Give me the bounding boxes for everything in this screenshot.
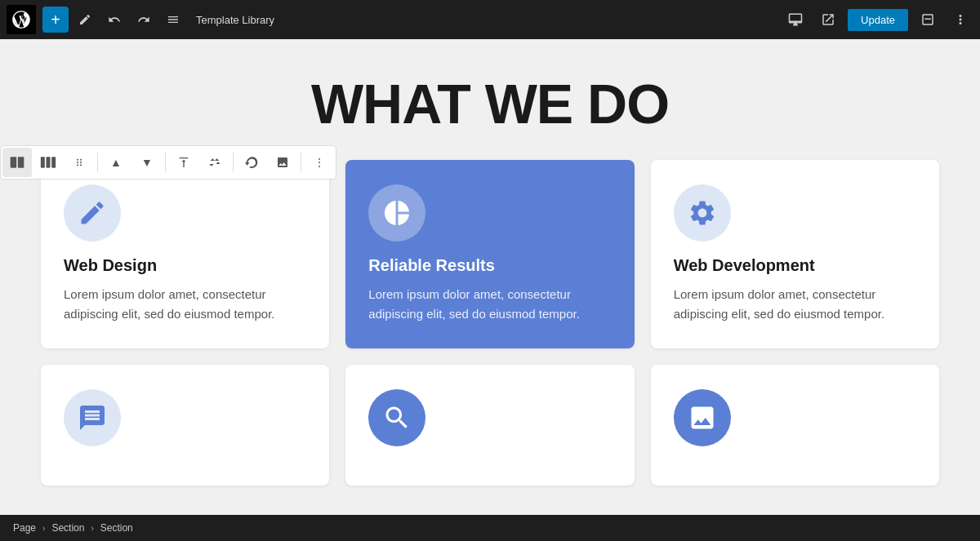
card-text-reliable: Lorem ipsum dolor amet, consectetur adip… — [368, 285, 611, 324]
chat-icon — [78, 403, 107, 432]
sidebar-icon — [920, 12, 935, 27]
columns-2-icon — [9, 154, 25, 171]
card-icon-circle-image — [674, 389, 731, 446]
tools-button[interactable] — [72, 7, 98, 33]
svg-point-6 — [80, 159, 82, 161]
card-icon-circle-reliable — [368, 184, 425, 242]
card-icon-circle-webdev — [674, 184, 731, 242]
toolbar-separator-2 — [165, 153, 166, 172]
expand-icon — [208, 156, 221, 169]
canvas-area: ▲ ▼ ⋮ WHAT WE DO — [0, 39, 980, 541]
image-card-icon — [688, 403, 717, 432]
more-options-button[interactable] — [947, 7, 973, 33]
update-button[interactable]: Update — [848, 9, 908, 31]
undo-icon — [108, 13, 121, 26]
top-toolbar: + Template Library Update — [0, 0, 980, 39]
redo-icon — [137, 13, 150, 26]
toolbar-separator-3 — [233, 153, 234, 172]
card-bottom-chat — [41, 365, 329, 486]
image-icon — [276, 156, 289, 169]
breadcrumb-chevron-2: › — [91, 524, 93, 533]
svg-point-7 — [77, 162, 78, 163]
cards-grid-bottom — [41, 365, 939, 486]
page-heading: WHAT WE DO — [311, 72, 669, 135]
drag-icon — [73, 156, 86, 169]
align-button[interactable] — [169, 148, 198, 177]
cards-grid-top: Web Design Lorem ipsum dolor amet, conse… — [41, 160, 939, 348]
card-icon-circle-chat — [64, 389, 121, 446]
svg-point-8 — [80, 162, 82, 163]
breadcrumb-page[interactable]: Page — [13, 522, 36, 534]
clear-format-button[interactable] — [237, 148, 266, 177]
breadcrumb-section-2[interactable]: Section — [100, 522, 133, 534]
wp-logo[interactable] — [7, 5, 36, 34]
drag-handle-button[interactable] — [65, 148, 94, 177]
card-bottom-search — [345, 365, 634, 486]
toolbar-right: Update — [782, 7, 973, 33]
card-icon-circle-search — [368, 389, 425, 446]
external-link-icon — [821, 12, 835, 27]
card-text-webdev: Lorem ipsum dolor amet, consectetur adip… — [674, 285, 916, 324]
width-button[interactable] — [200, 148, 229, 177]
columns-3-icon — [40, 154, 56, 171]
card-bottom-image — [651, 365, 939, 486]
align-icon — [177, 156, 190, 169]
card-reliable-results: Reliable Results Lorem ipsum dolor amet,… — [345, 160, 634, 348]
wp-logo-icon — [11, 10, 31, 29]
desktop-icon — [788, 12, 803, 27]
card-web-development: Web Development Lorem ipsum dolor amet, … — [651, 160, 939, 348]
layout-columns-2-button[interactable] — [2, 148, 32, 177]
pencil-tool-icon — [78, 13, 91, 26]
image-block-button[interactable] — [268, 148, 297, 177]
list-view-icon — [167, 13, 180, 26]
svg-rect-2 — [41, 157, 45, 167]
search-icon — [382, 403, 412, 432]
preview-button[interactable] — [815, 7, 841, 33]
sidebar-toggle-button[interactable] — [915, 7, 941, 33]
pencil-icon — [78, 198, 107, 228]
svg-point-9 — [77, 164, 78, 166]
layout-columns-3-button[interactable] — [33, 148, 63, 177]
move-down-button[interactable]: ▼ — [132, 148, 162, 177]
move-up-button[interactable]: ▲ — [101, 148, 131, 177]
toolbar-separator-4 — [301, 153, 301, 172]
gear-icon — [688, 198, 717, 228]
more-block-options-button[interactable]: ⋮ — [305, 148, 334, 177]
card-text-web-design: Lorem ipsum dolor amet, consectetur adip… — [64, 285, 306, 324]
toolbar-separator-1 — [97, 153, 98, 172]
pie-chart-icon — [382, 198, 412, 228]
breadcrumb: Page › Section › Section — [0, 515, 980, 541]
clear-format-icon — [245, 156, 258, 169]
ellipsis-vertical-icon — [953, 12, 968, 27]
svg-point-5 — [77, 159, 78, 161]
svg-rect-3 — [47, 157, 51, 167]
card-web-design: Web Design Lorem ipsum dolor amet, conse… — [41, 160, 329, 348]
toolbar-title: Template Library — [196, 14, 779, 26]
redo-button[interactable] — [131, 7, 157, 33]
svg-rect-0 — [11, 157, 17, 167]
card-title-web-design: Web Design — [64, 256, 306, 275]
card-title-reliable: Reliable Results — [368, 256, 611, 275]
block-toolbar: ▲ ▼ ⋮ — [0, 145, 336, 180]
list-view-button[interactable] — [160, 7, 186, 33]
breadcrumb-section-1[interactable]: Section — [51, 522, 84, 534]
undo-button[interactable] — [101, 7, 127, 33]
card-icon-circle-web-design — [64, 184, 121, 242]
desktop-view-button[interactable] — [782, 7, 808, 33]
card-title-webdev: Web Development — [674, 256, 916, 275]
page-content: WHAT WE DO Web Design Lorem ipsum dolor … — [0, 39, 980, 541]
add-block-button[interactable]: + — [42, 7, 69, 33]
breadcrumb-chevron-1: › — [42, 524, 45, 533]
svg-rect-1 — [18, 157, 24, 167]
svg-point-10 — [80, 164, 82, 166]
svg-rect-4 — [51, 157, 56, 167]
